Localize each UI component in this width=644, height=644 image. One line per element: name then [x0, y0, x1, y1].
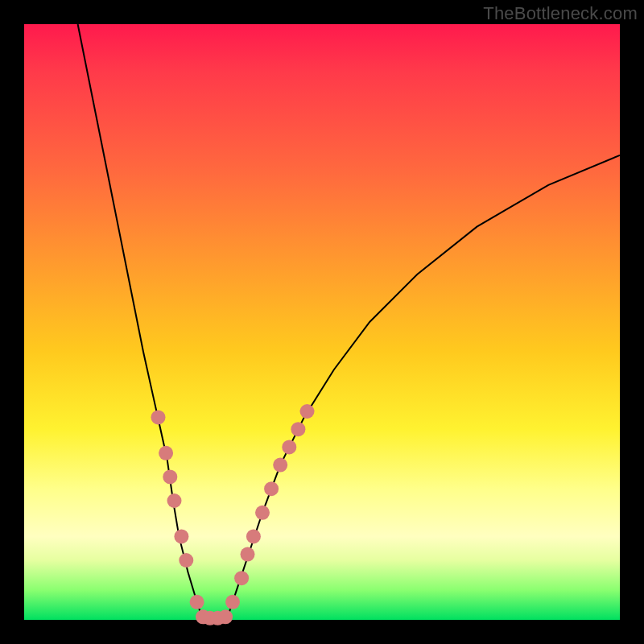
- marker-dot: [234, 571, 249, 585]
- marker-dot: [179, 553, 193, 568]
- marker-dot: [163, 469, 177, 484]
- marker-dot: [300, 404, 315, 419]
- marker-dot: [255, 506, 270, 520]
- marker-dot: [218, 609, 233, 624]
- watermark-text: TheBottleneck.com: [483, 3, 638, 24]
- chart-frame: TheBottleneck.com: [0, 0, 644, 644]
- marker-dot: [174, 529, 188, 543]
- plot-area: [24, 24, 620, 620]
- bottleneck-curve: [78, 24, 620, 620]
- chart-svg: [24, 24, 620, 620]
- marker-dot: [241, 547, 255, 562]
- marker-dot: [291, 422, 305, 436]
- marker-dot: [225, 595, 240, 609]
- marker-dot: [282, 440, 296, 454]
- marker-dot: [264, 481, 279, 496]
- marker-dot: [159, 446, 173, 460]
- marker-dot: [246, 529, 261, 543]
- marker-dot: [273, 458, 287, 473]
- marker-dot: [151, 410, 166, 424]
- marker-dot: [190, 595, 204, 609]
- marker-dot: [167, 493, 182, 508]
